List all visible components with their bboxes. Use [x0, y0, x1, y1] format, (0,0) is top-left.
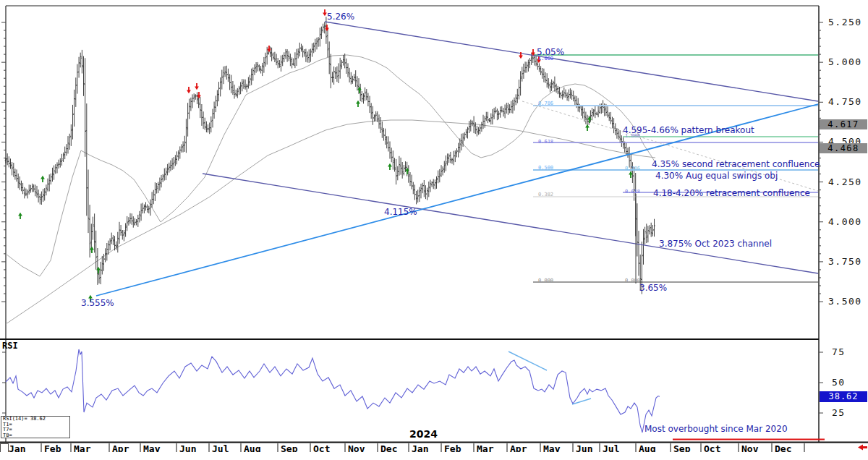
buy-signal-arrow-icon — [18, 213, 22, 219]
price-badge: 4.617 — [820, 119, 867, 129]
chart-annotation[interactable]: 3.875% Oct 2023 channel — [659, 239, 772, 249]
year-label: 2024 — [409, 428, 438, 440]
fib-level-label: 0.786 — [538, 101, 553, 106]
chart-annotation[interactable]: 4.35% second retracement confluence — [652, 159, 820, 169]
sell-signal-arrow-icon — [267, 46, 271, 52]
status-bar: CQG Inc. © 2024 All rights reserved worl… — [0, 452, 868, 460]
chart-annotation[interactable]: 4.30% Aug equal swings obj — [655, 171, 778, 181]
fib-level-label: 0.382 — [538, 192, 553, 197]
rsi-legend-row: T8= — [3, 433, 69, 439]
sell-signal-arrow-icon — [195, 83, 199, 90]
buy-signal-arrow-icon — [96, 267, 101, 273]
y-axis-label: 4.000 — [828, 216, 862, 227]
chart-canvas[interactable] — [0, 0, 868, 460]
ohlc-bars — [5, 17, 655, 294]
y-axis-label: 3.500 — [828, 296, 862, 307]
buy-signal-arrow-icon — [41, 176, 45, 182]
sell-signal-arrow-icon — [187, 87, 191, 93]
buy-signal-arrow-icon — [90, 247, 94, 253]
rsi-axis-label: 75 — [832, 346, 846, 357]
chart-annotation[interactable]: 4.18-4.20% retracement confluence — [653, 188, 810, 198]
rsi-annotation[interactable]: Most overbought since Mar 2020 — [644, 424, 788, 434]
rsi-panel-title: RSI — [2, 341, 18, 351]
rsi-legend-row: T7= — [3, 427, 69, 433]
fib-level-label: 0.000 — [625, 278, 640, 284]
y-axis-label: 5.000 — [828, 56, 862, 67]
rsi-value-badge: 38.62 — [820, 391, 867, 402]
rsi-axis-label: 25 — [832, 407, 846, 418]
fib-level-label: 1.000 — [625, 133, 640, 139]
buy-signal-arrow-icon — [357, 87, 362, 93]
fib-level-label: 0.618 — [538, 139, 553, 145]
price-badge: 4.468 — [820, 143, 867, 153]
fib-level-label: 1.000 — [538, 56, 553, 61]
rsi-legend-row: T1= — [3, 422, 69, 428]
scroll-right-arrow-icon[interactable] — [858, 445, 867, 451]
fib-level-label: 0.500 — [538, 165, 553, 171]
trendline[interactable] — [325, 22, 818, 101]
y-axis-label: 3.750 — [828, 256, 862, 267]
chart-annotation[interactable]: 3.65% — [639, 283, 667, 293]
chart-annotation[interactable]: 4.115% — [384, 207, 417, 217]
chart-annotation[interactable]: 4.595-4.66% pattern breakout — [623, 125, 754, 135]
fib-level-label: 0.618 — [625, 189, 640, 195]
chart-annotation[interactable]: 5.26% — [327, 12, 354, 22]
chart-annotation[interactable]: 3.555% — [81, 298, 114, 308]
y-axis-label: 4.750 — [828, 96, 862, 107]
buy-signal-arrow-icon — [356, 101, 360, 107]
chart-window: 5.2505.0004.7504.5004.2504.0003.7503.500… — [0, 0, 868, 460]
fib-level-label: 0.000 — [538, 278, 553, 284]
y-axis-label: 5.250 — [828, 17, 862, 27]
buy-signal-arrow-icon — [388, 163, 392, 170]
rsi-axis-label: 50 — [832, 377, 846, 388]
rsi-legend-row: RSI(14)= 38.62 — [3, 417, 69, 422]
y-axis-label: 4.250 — [828, 176, 862, 187]
rsi-line — [6, 349, 660, 433]
buy-signal-arrow-icon — [585, 124, 590, 131]
fib-level-label: 0.786 — [625, 166, 640, 171]
rsi-study-legend[interactable]: RSI(14)= 38.62 T1= T7= T8= — [1, 416, 70, 438]
